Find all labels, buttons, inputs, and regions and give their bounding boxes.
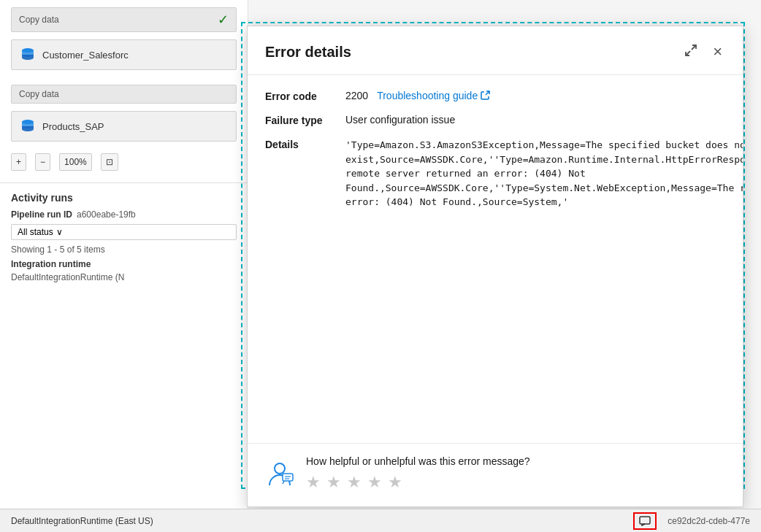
copy-data-node-2[interactable]: Products_SAP — [11, 111, 237, 142]
details-value: 'Type=Amazon.S3.AmazonS3Exception,Messag… — [345, 138, 743, 209]
zoom-100-button[interactable]: 100% — [59, 153, 92, 171]
star-1[interactable]: ★ — [306, 473, 321, 492]
feedback-content: How helpful or unhelpful was this error … — [306, 455, 725, 492]
star-2[interactable]: ★ — [326, 473, 341, 492]
node-1-name: Customer_Salesforc — [42, 50, 129, 61]
db-icon-1 — [19, 46, 37, 63]
chevron-down-icon: ∨ — [56, 227, 63, 237]
copy-data-label-1: Copy data — [19, 15, 59, 25]
error-code-label: Error code — [265, 90, 345, 102]
troubleshoot-link-text: Troubleshooting guide — [377, 90, 478, 101]
success-icon-1: ✓ — [218, 12, 229, 28]
status-bar-run-id: ce92dc2d-cdeb-477e — [668, 516, 750, 526]
troubleshooting-guide-link[interactable]: Troubleshooting guide — [377, 90, 490, 101]
feedback-bar-button[interactable] — [633, 512, 657, 530]
details-label: Details — [265, 138, 345, 150]
expand-button[interactable] — [681, 42, 701, 63]
details-row: Details 'Type=Amazon.S3.AmazonS3Exceptio… — [265, 138, 725, 209]
activity-runs-title: Activity runs — [11, 192, 237, 204]
star-3[interactable]: ★ — [347, 473, 362, 492]
svg-rect-9 — [640, 517, 650, 524]
svg-rect-6 — [283, 474, 293, 481]
status-dropdown-label: All status — [18, 227, 53, 237]
integration-runtime-label: Integration runtime — [11, 259, 237, 269]
pipeline-run-id-value: a600eabe-19fb — [77, 209, 136, 220]
zoom-out-button[interactable]: − — [35, 153, 50, 171]
external-link-icon — [481, 90, 490, 101]
failure-type-row: Failure type User configuration issue — [265, 114, 725, 126]
star-4[interactable]: ★ — [367, 473, 382, 492]
pipeline-run-id-label: Pipeline run ID — [11, 209, 72, 220]
error-code-value-container: 2200 Troubleshooting guide — [345, 90, 725, 101]
node-2-name: Products_SAP — [42, 121, 104, 132]
copy-data-node-1[interactable]: Customer_Salesforc — [11, 39, 237, 70]
copy-data-header-1: Copy data ✓ — [11, 7, 237, 32]
error-code-number: 2200 — [345, 90, 368, 101]
fit-button[interactable]: ⊡ — [101, 153, 118, 171]
db-icon-2 — [19, 117, 37, 135]
feedback-question: How helpful or unhelpful was this error … — [306, 455, 725, 467]
canvas-toolbar: + − 100% ⊡ — [0, 149, 248, 175]
copy-data-label-2: Copy data — [19, 89, 59, 99]
pipeline-run-id-row: Pipeline run ID a600eabe-19fb — [11, 209, 237, 220]
svg-point-5 — [275, 463, 285, 474]
activity-runs-panel: Activity runs Pipeline run ID a600eabe-1… — [0, 182, 248, 291]
error-panel-header: Error details × — [248, 26, 743, 75]
status-bar-runtime: DefaultIntegrationRuntime (East US) — [11, 516, 633, 526]
error-details-panel: Error details × Error code 2200 — [247, 26, 743, 507]
failure-type-label: Failure type — [265, 114, 345, 126]
copy-data-header-2: Copy data — [11, 85, 237, 104]
pipeline-canvas: Copy data ✓ Customer_Salesforc Copy data… — [0, 0, 248, 532]
close-button[interactable]: × — [710, 41, 725, 63]
status-dropdown[interactable]: All status ∨ — [11, 224, 237, 240]
failure-type-value: User configuration issue — [345, 114, 725, 126]
star-5[interactable]: ★ — [388, 473, 402, 492]
status-bar: DefaultIntegrationRuntime (East US) ce92… — [0, 509, 761, 532]
star-rating[interactable]: ★ ★ ★ ★ ★ — [306, 473, 725, 492]
runtime-value-1: DefaultIntegrationRuntime (N — [11, 272, 237, 282]
svg-line-2 — [692, 45, 696, 50]
status-dropdown-row[interactable]: All status ∨ — [11, 224, 237, 240]
items-count: Showing 1 - 5 of 5 items — [11, 244, 237, 255]
error-panel-content: Error code 2200 Troubleshooting guide — [248, 75, 743, 443]
error-panel-title: Error details — [265, 44, 351, 61]
feedback-person-icon — [265, 459, 294, 488]
error-code-row: Error code 2200 Troubleshooting guide — [265, 90, 725, 102]
svg-line-3 — [686, 51, 690, 55]
header-action-buttons: × — [681, 41, 725, 63]
feedback-section: How helpful or unhelpful was this error … — [248, 443, 743, 506]
zoom-in-button[interactable]: + — [11, 153, 26, 171]
